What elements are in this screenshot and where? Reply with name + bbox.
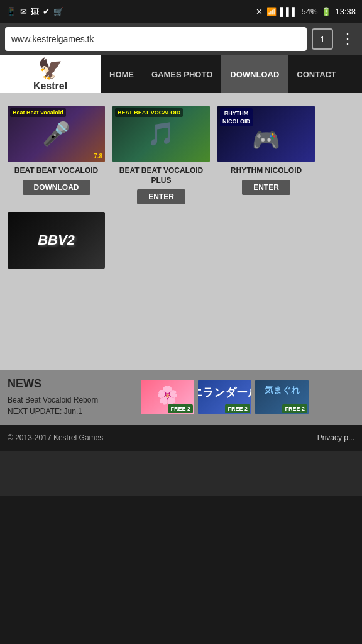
games-grid: Beat Beat Vocaloid 🎤 7.8 BEAT BEAT VOCAL… — [8, 106, 354, 269]
logo-bird-icon: 🦅 — [33, 57, 67, 80]
news-item-text: Beat Beat Vocaloid Reborn — [8, 394, 133, 406]
game-title-bbv: BEAT BEAT VOCALOID — [14, 166, 99, 176]
signal-no-icon: ✕ — [256, 7, 263, 16]
bbv-thumbnail-char: 🎤 — [42, 121, 70, 147]
news-text: NEWS Beat Beat Vocaloid Reborn NEXT UPDA… — [8, 377, 133, 417]
task-icon: ✔ — [43, 7, 50, 16]
game-card-bbvp: BEAT BEAT VOCALOID 🎵 BEAT BEAT VOCALOID … — [112, 106, 210, 204]
battery-icon: 🔋 — [321, 7, 331, 16]
status-icons-left: 📱 ✉ 🖼 ✔ 🛒 — [6, 7, 63, 16]
news-update-text: NEXT UPDATE: Jun.1 — [8, 406, 133, 417]
nav-contact[interactable]: CONTACT — [288, 55, 345, 93]
news-images: 🌸 FREE 2 エランダール FREE 2 気まぐれ FREE 2 — [141, 380, 354, 414]
game-thumbnail-rn: RHYTHMNICOLOID 🎮 — [217, 106, 315, 162]
bbvp-thumbnail-char: 🎵 — [147, 121, 175, 147]
game-card-bbv2: BBV2 — [8, 212, 105, 269]
nav-download[interactable]: DOWNLOAD — [221, 55, 288, 93]
battery-percent: 54% — [301, 7, 317, 16]
email-icon: ✉ — [20, 7, 27, 16]
rn-thumbnail-char: 🎮 — [252, 127, 280, 153]
browser-bar: www.kestrelgames.tk 1 ⋮ — [0, 23, 362, 55]
logo-text: Kestrel — [33, 80, 67, 92]
status-bar: 📱 ✉ 🖼 ✔ 🛒 ✕ 📶 ▌▌▌ 54% 🔋 13:38 — [0, 0, 362, 23]
browser-menu-button[interactable]: ⋮ — [338, 31, 357, 47]
game-enter-button-bbvp[interactable]: ENTER — [137, 189, 185, 204]
free2-badge-2: FREE 2 — [225, 404, 250, 413]
bbv2-logo-text: BBV2 — [38, 232, 75, 248]
status-icons-right: ✕ 📶 ▌▌▌ 54% 🔋 13:38 — [256, 7, 356, 16]
news-thumb-1: 🌸 FREE 2 — [141, 380, 194, 414]
game-thumbnail-bbv: Beat Beat Vocaloid 🎤 7.8 — [8, 106, 105, 162]
copyright-text: © 2013-2017 Kestrel Games — [8, 433, 103, 442]
game-download-button-bbv[interactable]: DOWNLOAD — [23, 180, 90, 195]
whatsapp-icon: 📱 — [6, 7, 16, 16]
game-enter-button-rn[interactable]: ENTER — [242, 180, 290, 195]
game-thumbnail-bbv2: BBV2 — [8, 212, 105, 269]
news-thumb-2: エランダール FREE 2 — [198, 380, 251, 414]
clock: 13:38 — [335, 7, 356, 16]
wifi-icon: 📶 — [266, 7, 277, 16]
game-title-bbvp: BEAT BEAT VOCALOID PLUS — [112, 166, 210, 186]
logo-area: 🦅 Kestrel — [0, 55, 101, 93]
free2-badge-1: FREE 2 — [168, 404, 193, 413]
news-thumb-3: 気まぐれ FREE 2 — [255, 380, 309, 414]
game-card-rn: RHYTHMNICOLOID 🎮 RHYTHM NICOLOID ENTER — [217, 106, 315, 204]
gallery-icon: 🖼 — [31, 7, 39, 16]
url-text: www.kestrelgames.tk — [11, 34, 94, 44]
nav-links: HOME GAMES PHOTO DOWNLOAD CONTACT — [101, 55, 362, 93]
nav-games-photo[interactable]: GAMES PHOTO — [143, 55, 221, 93]
news-section: NEWS Beat Beat Vocaloid Reborn NEXT UPDA… — [0, 370, 362, 425]
game-card-bbv: Beat Beat Vocaloid 🎤 7.8 BEAT BEAT VOCAL… — [8, 106, 105, 204]
news-title: NEWS — [8, 377, 133, 391]
nav-home[interactable]: HOME — [101, 55, 143, 93]
signal-bars-icon: ▌▌▌ — [280, 7, 298, 16]
cart-icon: 🛒 — [53, 7, 63, 16]
main-content: Beat Beat Vocaloid 🎤 7.8 BEAT BEAT VOCAL… — [0, 93, 362, 370]
free2-badge-3: FREE 2 — [282, 404, 307, 413]
game-thumbnail-bbvp: BEAT BEAT VOCALOID 🎵 — [112, 106, 210, 162]
game-title-rn: RHYTHM NICOLOID — [231, 166, 302, 176]
footer: © 2013-2017 Kestrel Games Privacy p... — [0, 425, 362, 451]
nav-bar: 🦅 Kestrel HOME GAMES PHOTO DOWNLOAD CONT… — [0, 55, 362, 93]
privacy-link[interactable]: Privacy p... — [317, 433, 354, 442]
url-bar[interactable]: www.kestrelgames.tk — [5, 27, 307, 51]
tab-button[interactable]: 1 — [312, 28, 333, 50]
website-content: 🦅 Kestrel HOME GAMES PHOTO DOWNLOAD CONT… — [0, 55, 362, 496]
